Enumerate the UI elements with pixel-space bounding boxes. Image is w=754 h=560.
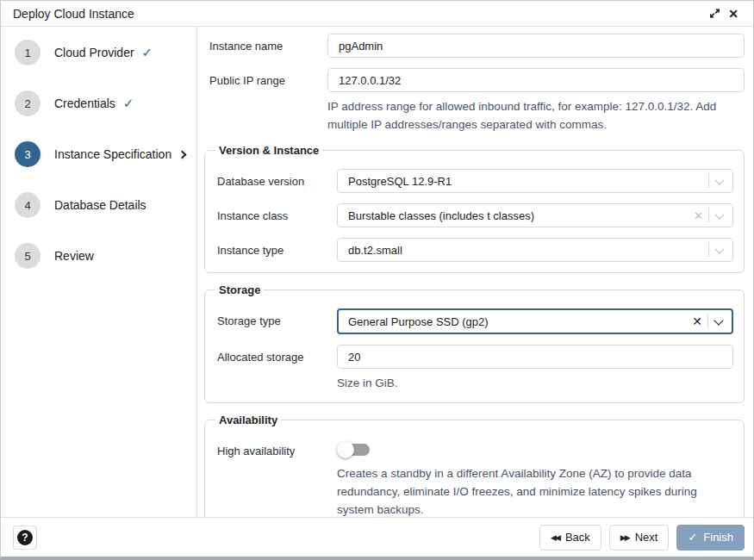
dialog-title: Deploy Cloud Instance [13,7,134,21]
instance-name-label: Instance name [204,34,327,53]
step-number-badge: 4 [15,192,41,218]
clear-icon[interactable]: ✕ [692,315,702,327]
chevron-down-icon[interactable] [714,209,724,219]
high-availability-help-text: Creates a standby in a different Availab… [337,464,733,517]
database-version-select[interactable]: PostgreSQL 12.9-R1 [337,169,733,193]
step-done-check-icon: ✓ [123,96,134,111]
step-credentials[interactable]: 2 Credentials ✓ [15,90,196,116]
step-active-chevron-icon [178,150,187,159]
close-icon: ✕ [728,7,738,21]
instance-class-label: Instance class [214,203,337,222]
step-label: Credentials [54,96,115,110]
version-instance-legend: Version & Instance [215,144,322,157]
next-arrows-icon: ▶▶ [620,533,629,542]
high-availability-toggle[interactable] [337,440,373,459]
finish-check-icon: ✓ [688,531,697,544]
version-instance-fieldset: Version & Instance Database version Post… [204,144,745,273]
chevron-down-icon[interactable] [714,244,724,253]
instance-class-value: Burstable classes (includes t classes) [348,209,694,222]
step-review[interactable]: 5 Review [15,243,196,269]
step-label: Cloud Provider [54,46,134,59]
select-separator [707,314,708,328]
select-separator [708,243,709,257]
step-label: Review [54,249,94,263]
instance-type-value: db.t2.small [348,244,708,257]
instance-specification-form: Instance name Public IP range IP address… [197,27,753,517]
step-database-details[interactable]: 4 Database Details [15,192,196,218]
clear-icon[interactable]: ✕ [694,210,703,221]
deploy-cloud-instance-dialog: Deploy Cloud Instance ✕ 1 Cloud Provider… [0,0,754,560]
public-ip-range-input[interactable] [327,68,745,92]
storage-type-label: Storage type [214,308,337,327]
allocated-storage-input[interactable] [337,345,733,369]
allocated-storage-label: Allocated storage [214,345,337,364]
step-cloud-provider[interactable]: 1 Cloud Provider ✓ [15,40,196,65]
availability-fieldset: Availability High availability Creates a… [204,414,745,517]
high-availability-label: High availability [214,439,337,457]
finish-button[interactable]: ✓ Finish [676,525,745,551]
public-ip-range-help-text: IP address range for allowed inbound tra… [327,97,739,134]
database-version-label: Database version [214,169,337,188]
step-number-badge: 3 [15,141,41,167]
chevron-down-icon[interactable] [714,175,724,184]
select-separator [708,208,709,222]
maximize-button[interactable] [705,4,724,23]
chevron-down-icon[interactable] [713,315,723,325]
step-label: Database Details [54,198,146,212]
storage-type-value: General Purpose SSD (gp2) [348,315,692,328]
toggle-knob [337,441,354,458]
storage-legend: Storage [215,283,264,296]
step-number-badge: 5 [15,243,41,269]
select-separator [708,174,709,188]
storage-fieldset: Storage Storage type General Purpose SSD… [204,283,745,403]
dialog-body: 1 Cloud Provider ✓ 2 Credentials ✓ 3 Ins… [1,27,753,517]
finish-button-label: Finish [703,531,733,544]
back-button-label: Back [565,531,590,544]
instance-class-select[interactable]: Burstable classes (includes t classes) ✕ [337,203,733,227]
step-instance-specification[interactable]: 3 Instance Specification [15,141,196,167]
instance-name-input[interactable] [327,34,745,58]
database-version-value: PostgreSQL 12.9-R1 [348,175,708,188]
step-number-badge: 1 [15,40,41,65]
instance-type-select[interactable]: db.t2.small [337,238,733,262]
storage-type-select[interactable]: General Purpose SSD (gp2) ✕ [337,308,733,334]
next-button[interactable]: ▶▶ Next [609,525,670,551]
dialog-footer: ? ◀◀ Back ▶▶ Next ✓ Finish [1,517,753,557]
help-button[interactable]: ? [13,526,37,550]
availability-legend: Availability [215,414,281,426]
public-ip-range-label: Public IP range [204,68,327,87]
allocated-storage-help-text: Size in GiB. [337,374,733,392]
instance-type-label: Instance type [214,238,337,257]
step-done-check-icon: ✓ [142,45,153,60]
dialog-titlebar: Deploy Cloud Instance ✕ [1,1,753,27]
back-button[interactable]: ◀◀ Back [539,525,601,551]
step-number-badge: 2 [15,90,41,116]
back-arrows-icon: ◀◀ [551,533,559,542]
help-icon: ? [17,530,33,545]
close-button[interactable]: ✕ [724,4,743,23]
wizard-steps-sidebar: 1 Cloud Provider ✓ 2 Credentials ✓ 3 Ins… [1,27,197,517]
step-label: Instance Specification [54,147,171,161]
next-button-label: Next [635,531,658,544]
maximize-icon [709,8,720,19]
